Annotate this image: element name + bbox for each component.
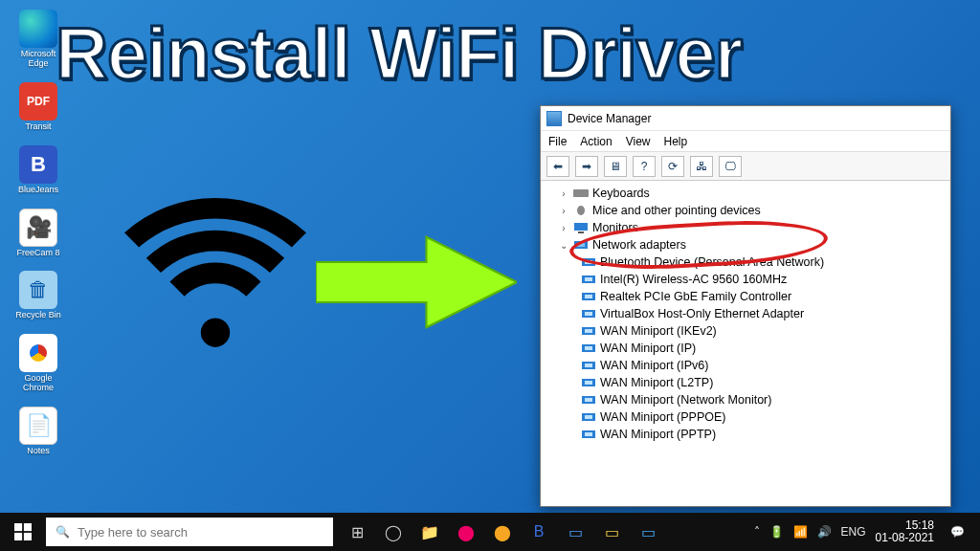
tree-device[interactable]: WAN Miniport (PPTP) — [545, 426, 948, 443]
arrow-icon — [316, 230, 517, 335]
svg-marker-0 — [316, 237, 517, 328]
twist-icon[interactable]: ⌄ — [558, 240, 569, 251]
task-view-icon[interactable]: ⊞ — [341, 513, 373, 551]
window-titlebar[interactable]: Device Manager — [541, 106, 950, 131]
taskbar-app-3[interactable]: B — [523, 513, 555, 551]
device-icon — [581, 376, 596, 389]
svg-rect-26 — [585, 415, 592, 419]
taskbar-app-4[interactable]: ▭ — [559, 513, 591, 551]
toolbar-pc-button[interactable]: 🖥 — [604, 156, 627, 177]
tree-device-label: WAN Miniport (L2TP) — [600, 376, 713, 389]
action-center-icon[interactable]: 💬 — [944, 513, 970, 551]
tray-clock[interactable]: 15:18 01-08-2021 — [876, 519, 934, 544]
tree-device-label: WAN Miniport (IKEv2) — [600, 324, 717, 338]
toolbar-forward-button[interactable]: ➡ — [575, 156, 598, 177]
svg-rect-12 — [585, 295, 592, 298]
toolbar-help-button[interactable]: ? — [633, 156, 656, 177]
taskbar-app-5[interactable]: ▭ — [595, 513, 628, 551]
tray-chevron-icon[interactable]: ˄ — [754, 525, 760, 539]
tree-category[interactable]: ›Mice and other pointing devices — [545, 202, 948, 219]
toolbar-refresh-button[interactable]: ⟳ — [661, 156, 684, 177]
headline-text: Reinstall WiFi Driver — [56, 11, 969, 95]
device-icon — [581, 255, 596, 269]
chr-icon — [19, 334, 57, 372]
tree-device[interactable]: WAN Miniport (IKEv2) — [545, 322, 948, 340]
svg-rect-1 — [573, 189, 589, 197]
twist-icon[interactable]: › — [558, 206, 569, 216]
svg-rect-31 — [14, 533, 22, 540]
device-tree[interactable]: ›Keyboards›Mice and other pointing devic… — [541, 181, 950, 506]
taskbar: 🔍 ⊞ ◯ 📁 ⬤ ⬤ B ▭ ▭ ▭ ˄ 🔋 📶 🔊 ENG 15:18 01… — [0, 513, 980, 551]
net-icon — [573, 238, 589, 252]
tree-category[interactable]: ›Monitors — [545, 219, 948, 236]
tree-category[interactable]: ›Keyboards — [545, 185, 948, 202]
desktop-icon-label: FreeCam 8 — [16, 249, 59, 258]
tree-device[interactable]: WAN Miniport (L2TP) — [545, 374, 948, 391]
tray-wifi-icon[interactable]: 📶 — [793, 525, 808, 539]
twist-icon[interactable]: › — [558, 188, 569, 199]
tray-language[interactable]: ENG — [841, 525, 866, 539]
svg-point-2 — [577, 206, 585, 215]
svg-rect-29 — [14, 523, 22, 531]
svg-rect-14 — [585, 312, 592, 316]
svg-rect-20 — [585, 364, 592, 367]
taskbar-app-2[interactable]: ⬤ — [486, 513, 519, 551]
tree-device[interactable]: Bluetooth Device (Personal Area Network) — [545, 253, 948, 271]
cortana-icon[interactable]: ◯ — [377, 513, 410, 551]
tray-battery-icon[interactable]: 🔋 — [769, 525, 784, 539]
device-icon — [581, 393, 596, 407]
taskbar-app-1[interactable]: ⬤ — [450, 513, 482, 551]
start-button[interactable] — [0, 513, 46, 551]
device-manager-window[interactable]: Device Manager FileActionViewHelp ⬅ ➡ 🖥 … — [540, 105, 951, 507]
desktop-icon-label: Google Chrome — [11, 374, 65, 393]
svg-rect-4 — [578, 231, 584, 233]
desktop-icon-bj[interactable]: BBlueJeans — [11, 145, 65, 195]
toolbar-back-button[interactable]: ⬅ — [546, 156, 569, 177]
device-icon — [581, 342, 596, 355]
tree-device[interactable]: VirtualBox Host-Only Ethernet Adapter — [545, 305, 948, 322]
menu-view[interactable]: View — [626, 135, 651, 148]
taskbar-search[interactable]: 🔍 — [46, 518, 333, 546]
toolbar-scan-button[interactable]: 🖧 — [690, 156, 713, 177]
twist-icon[interactable]: › — [558, 223, 569, 233]
tree-category[interactable]: ⌄Network adapters — [545, 236, 948, 253]
menu-action[interactable]: Action — [580, 135, 612, 148]
device-icon — [581, 324, 596, 338]
device-manager-icon — [546, 111, 562, 126]
bin-icon: 🗑 — [19, 271, 57, 309]
kb-icon — [573, 187, 589, 200]
tree-device[interactable]: WAN Miniport (Network Monitor) — [545, 391, 948, 408]
svg-rect-3 — [574, 223, 588, 231]
desktop-icon-cam[interactable]: 🎥FreeCam 8 — [11, 209, 65, 258]
menu-file[interactable]: File — [548, 135, 567, 148]
tray-volume-icon[interactable]: 🔊 — [817, 525, 832, 539]
menu-help[interactable]: Help — [664, 135, 688, 148]
pdf-icon: PDF — [19, 82, 57, 121]
tree-device[interactable]: WAN Miniport (IPv6) — [545, 357, 948, 374]
tree-device[interactable]: Realtek PCIe GbE Family Controller — [545, 288, 948, 305]
desktop-icon-chr[interactable]: Google Chrome — [11, 334, 65, 393]
taskbar-app-6[interactable]: ▭ — [632, 513, 664, 551]
window-title-text: Device Manager — [568, 112, 651, 125]
tree-device-label: WAN Miniport (Network Monitor) — [600, 393, 771, 407]
device-icon — [581, 428, 596, 441]
tree-category-label: Network adapters — [592, 238, 686, 252]
search-icon: 🔍 — [56, 525, 70, 539]
svg-rect-18 — [585, 346, 592, 350]
wifi-icon — [124, 191, 306, 354]
desktop-icon-bin[interactable]: 🗑Recycle Bin — [11, 271, 65, 320]
tray-date: 01-08-2021 — [876, 532, 934, 544]
tree-device[interactable]: WAN Miniport (PPPOE) — [545, 408, 948, 426]
tree-category-label: Keyboards — [592, 187, 650, 200]
tree-category-label: Mice and other pointing devices — [592, 204, 761, 217]
tree-device[interactable]: WAN Miniport (IP) — [545, 340, 948, 357]
desktop-icon-notes[interactable]: 📄Notes — [11, 407, 65, 456]
toolbar-monitor-button[interactable]: 🖵 — [719, 156, 742, 177]
mouse-icon — [573, 204, 589, 217]
cam-icon: 🎥 — [19, 209, 57, 247]
device-icon — [581, 290, 596, 303]
svg-rect-30 — [24, 523, 32, 531]
explorer-icon[interactable]: 📁 — [413, 513, 446, 551]
search-input[interactable] — [78, 525, 323, 540]
tree-device[interactable]: Intel(R) Wireless-AC 9560 160MHz — [545, 271, 948, 288]
